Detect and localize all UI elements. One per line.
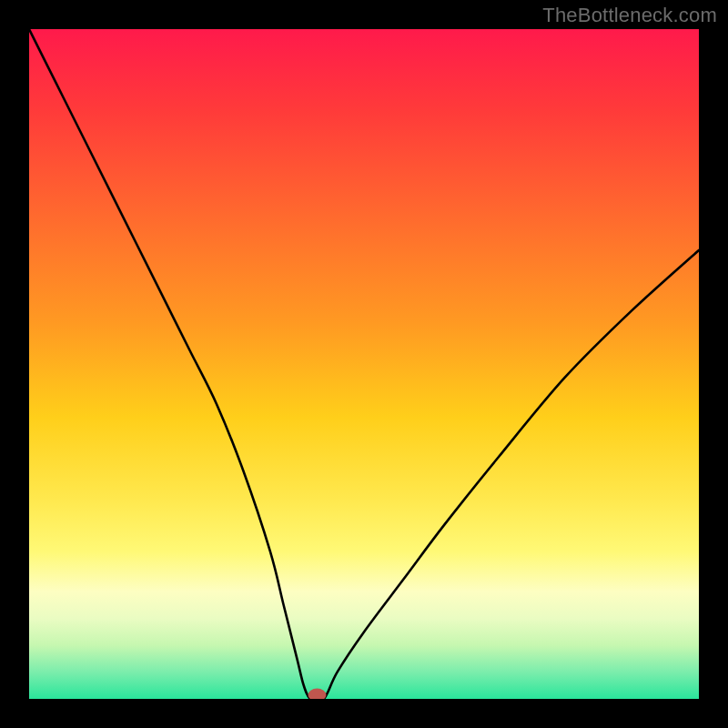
bottleneck-curve — [29, 29, 699, 699]
curve-line — [29, 29, 699, 699]
plot-area — [29, 29, 699, 699]
chart-frame: TheBottleneck.com — [0, 0, 728, 728]
optimal-point-marker — [308, 689, 326, 699]
watermark-label: TheBottleneck.com — [542, 4, 717, 27]
